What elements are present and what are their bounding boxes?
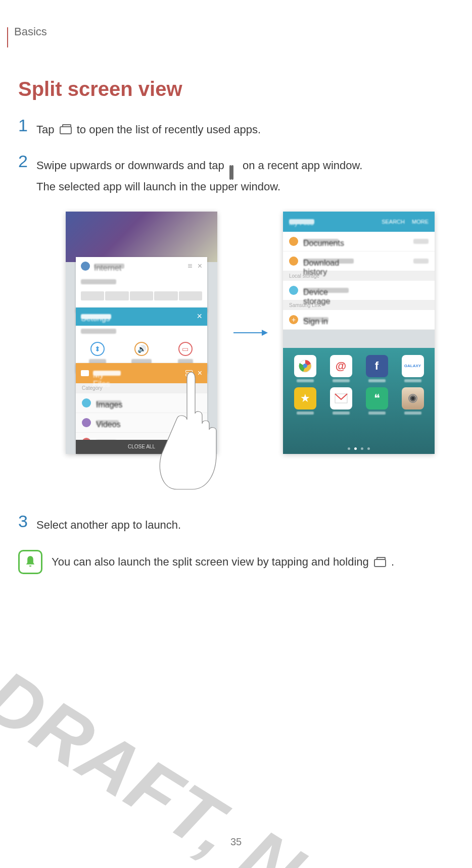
text-part: Select another app to launch.	[36, 519, 181, 531]
list-item: Download history	[283, 251, 435, 271]
app-icon	[323, 387, 359, 415]
step-number: 2	[18, 152, 36, 170]
list-item: +Sign in	[283, 310, 435, 330]
sound-icon: 🔊	[134, 342, 149, 356]
myfiles-header: My Files SEARCH MORE	[283, 212, 435, 232]
phone-recents: Internet ≡ × Settings × ⬍ 🔊	[66, 212, 217, 454]
split-icon: ≡	[187, 262, 192, 271]
page-title: Split screen view	[18, 78, 452, 100]
draft-watermark: DRAFT, Not FINAL	[0, 652, 472, 868]
header-rule	[7, 27, 8, 47]
recent-apps-icon	[60, 119, 72, 140]
bell-icon	[18, 550, 42, 574]
step-1-text: Tap to open the list of recently used ap…	[36, 119, 261, 140]
app-icon: f	[359, 355, 395, 382]
recent-card-myfiles: My Files × Category Images Videos Audio …	[76, 363, 207, 454]
close-icon: ×	[197, 311, 202, 322]
display-icon: ▭	[178, 342, 193, 356]
step-number: 1	[18, 117, 36, 134]
page-indicator	[283, 447, 435, 450]
step-2-line2: The selected app will launch in the uppe…	[36, 176, 362, 197]
app-icon: @	[323, 355, 359, 382]
text-part: You can also launch the split screen vie…	[52, 555, 372, 568]
header-title: My Files	[289, 219, 314, 224]
folder-icon	[81, 370, 89, 376]
recent-apps-icon	[374, 555, 386, 569]
close-icon: ×	[198, 262, 202, 271]
app-icon	[395, 387, 431, 415]
globe-icon	[81, 262, 90, 271]
page-number: 35	[0, 836, 472, 848]
tip-text: You can also launch the split screen vie…	[52, 555, 394, 569]
close-all-button: CLOSE ALL	[76, 440, 207, 454]
split-view-icon	[229, 161, 238, 170]
list-item: Images	[76, 393, 207, 413]
app-icon	[287, 355, 323, 382]
text-part: Swipe upwards or downwards and tap	[36, 159, 227, 172]
svg-marker-1	[262, 330, 268, 336]
step-3-text: Select another app to launch.	[36, 515, 181, 536]
step-number: 3	[18, 513, 36, 530]
app-icon: GALAXY	[395, 355, 431, 382]
more-label: MORE	[412, 219, 429, 225]
search-label: SEARCH	[382, 219, 405, 225]
wallpaper	[66, 212, 217, 262]
step-1: 1 Tap to open the list of recently used …	[18, 119, 452, 140]
close-icon: ×	[198, 369, 202, 378]
arrow-icon	[232, 328, 268, 338]
figure: Internet ≡ × Settings × ⬍ 🔊	[66, 212, 452, 494]
step-3: 3 Select another app to launch.	[18, 515, 452, 536]
text-part: .	[391, 555, 394, 568]
card-title: Settings	[81, 314, 111, 319]
card-title: My Files	[93, 371, 121, 376]
text-part: Tap	[36, 123, 58, 136]
home-screen: @ f GALAXY ★ ❝	[283, 348, 435, 454]
phone-split: My Files SEARCH MORE Documents Download …	[283, 212, 435, 454]
text-part: on a recent app window.	[243, 159, 362, 172]
split-icon	[185, 370, 193, 376]
list-item: Documents	[283, 232, 435, 251]
app-icon: ★	[287, 387, 323, 415]
section-label: Basics	[14, 25, 452, 38]
text-part: to open the list of recently used apps.	[77, 123, 261, 136]
list-item: Videos	[76, 413, 207, 432]
tip-block: You can also launch the split screen vie…	[18, 550, 452, 574]
step-2-text: Swipe upwards or downwards and tap on a …	[36, 155, 362, 197]
recent-card-internet: Internet ≡ ×	[76, 257, 207, 313]
step-2: 2 Swipe upwards or downwards and tap on …	[18, 155, 452, 197]
data-usage-icon: ⬍	[90, 342, 105, 356]
list-item: Device storage	[283, 281, 435, 300]
app-icon: ❝	[359, 387, 395, 415]
card-title: Internet	[94, 264, 124, 269]
